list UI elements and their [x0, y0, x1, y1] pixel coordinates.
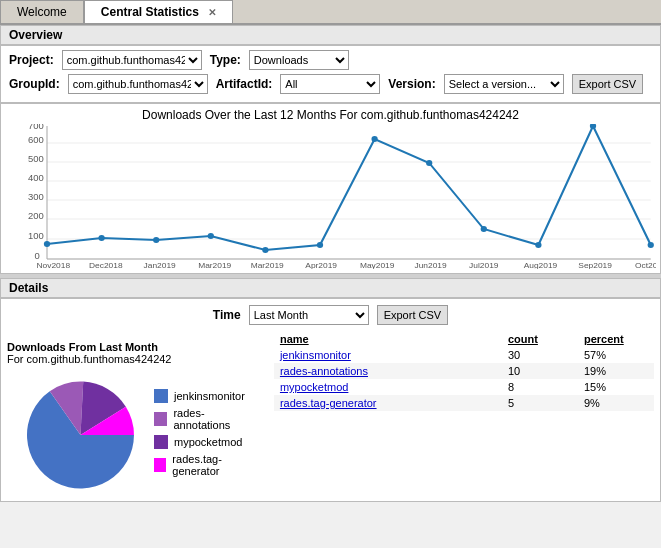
form-row-groupid: GroupId: com.github.funthomas424242 Arti… [9, 74, 652, 94]
tab-welcome-label: Welcome [17, 5, 67, 19]
overview-panel: Project: com.github.funthomas424242 Type… [0, 45, 661, 103]
left-panel-title: Downloads From Last Month [7, 341, 258, 353]
table-row: rades-annotations 10 19% [274, 363, 654, 379]
legend-color-rades-annotations [154, 412, 167, 426]
svg-text:Mar2019: Mar2019 [198, 261, 232, 269]
tab-central-statistics-label: Central Statistics [101, 5, 199, 19]
col-header-name[interactable]: name [274, 331, 502, 347]
type-select[interactable]: Downloads [249, 50, 349, 70]
artifactid-label: ArtifactId: [216, 77, 273, 91]
cell-count: 30 [502, 347, 578, 363]
overview-header: Overview [0, 25, 661, 45]
name-link[interactable]: jenkinsmonitor [280, 349, 351, 361]
svg-text:Jul2019: Jul2019 [469, 261, 499, 269]
form-row-project: Project: com.github.funthomas424242 Type… [9, 50, 652, 70]
version-label: Version: [388, 77, 435, 91]
legend-label-mypocketmod: mypocketmod [174, 436, 242, 448]
artifactid-select[interactable]: All [280, 74, 380, 94]
legend-color-rades-tag-generator [154, 458, 166, 472]
legend-color-mypocketmod [154, 435, 168, 449]
legend: jenkinsmonitor rades-annotations mypocke… [154, 389, 258, 481]
tab-central-statistics[interactable]: Central Statistics ✕ [84, 0, 233, 23]
svg-text:Oct2019: Oct2019 [635, 261, 656, 269]
details-panel: Time Last Month Export CSV Downloads Fro… [0, 298, 661, 502]
legend-label-jenkinsmonitor: jenkinsmonitor [174, 390, 245, 402]
svg-text:300: 300 [28, 192, 44, 202]
right-panel: name count percent jenkinsmonitor 30 57%… [274, 331, 654, 495]
groupid-label: GroupId: [9, 77, 60, 91]
time-label: Time [213, 308, 241, 322]
cell-name: rades.tag-generator [274, 395, 502, 411]
name-link[interactable]: rades-annotations [280, 365, 368, 377]
svg-text:Mar2019: Mar2019 [251, 261, 285, 269]
name-link[interactable]: rades.tag-generator [280, 397, 377, 409]
details-controls: Time Last Month Export CSV [7, 305, 654, 325]
col-header-percent[interactable]: percent [578, 331, 654, 347]
svg-point-26 [535, 242, 541, 248]
cell-name: mypocketmod [274, 379, 502, 395]
cell-count: 10 [502, 363, 578, 379]
svg-point-21 [262, 247, 268, 253]
details-header: Details [0, 278, 661, 298]
table-row: rades.tag-generator 5 9% [274, 395, 654, 411]
table-header-row: name count percent [274, 331, 654, 347]
cell-percent: 9% [578, 395, 654, 411]
svg-point-23 [371, 136, 377, 142]
cell-name: rades-annotations [274, 363, 502, 379]
legend-item-rades-tag-generator: rades.tag-generator [154, 453, 258, 477]
svg-text:May2019: May2019 [360, 261, 395, 269]
version-select[interactable]: Select a version... [444, 74, 564, 94]
svg-text:Jun2019: Jun2019 [415, 261, 448, 269]
left-panel: Downloads From Last Month For com.github… [7, 331, 258, 495]
tab-bar: Welcome Central Statistics ✕ [0, 0, 661, 25]
svg-text:Jan2019: Jan2019 [144, 261, 177, 269]
details-body: Downloads From Last Month For com.github… [7, 331, 654, 495]
svg-point-28 [648, 242, 654, 248]
chart-area: 0 100 200 300 400 500 600 700 [5, 124, 656, 269]
cell-percent: 19% [578, 363, 654, 379]
cell-count: 5 [502, 395, 578, 411]
legend-item-jenkinsmonitor: jenkinsmonitor [154, 389, 258, 403]
svg-text:Sep2019: Sep2019 [578, 261, 612, 269]
svg-point-22 [317, 242, 323, 248]
svg-text:700: 700 [28, 124, 44, 131]
overview-title: Overview [9, 28, 62, 42]
cell-name: jenkinsmonitor [274, 347, 502, 363]
chart-container: Downloads Over the Last 12 Months For co… [0, 103, 661, 274]
table-row: jenkinsmonitor 30 57% [274, 347, 654, 363]
time-select[interactable]: Last Month [249, 305, 369, 325]
svg-point-24 [426, 160, 432, 166]
svg-text:400: 400 [28, 173, 44, 183]
svg-point-20 [208, 233, 214, 239]
tab-welcome[interactable]: Welcome [0, 0, 84, 23]
details-title: Details [9, 281, 48, 295]
svg-text:0: 0 [34, 251, 39, 261]
table-row: mypocketmod 8 15% [274, 379, 654, 395]
project-label: Project: [9, 53, 54, 67]
tab-close-icon[interactable]: ✕ [208, 7, 216, 18]
details-export-csv-button[interactable]: Export CSV [377, 305, 448, 325]
cell-count: 8 [502, 379, 578, 395]
legend-label-rades-tag-generator: rades.tag-generator [172, 453, 258, 477]
export-csv-button[interactable]: Export CSV [572, 74, 643, 94]
col-header-count[interactable]: count [502, 331, 578, 347]
svg-point-17 [44, 241, 50, 247]
legend-label-rades-annotations: rades-annotations [173, 407, 258, 431]
chart-title: Downloads Over the Last 12 Months For co… [5, 108, 656, 122]
svg-point-25 [481, 226, 487, 232]
svg-text:200: 200 [28, 211, 44, 221]
cell-percent: 57% [578, 347, 654, 363]
pie-chart [27, 375, 134, 495]
svg-text:Dec2018: Dec2018 [89, 261, 123, 269]
svg-text:Nov2018: Nov2018 [37, 261, 71, 269]
svg-text:600: 600 [28, 135, 44, 145]
svg-text:100: 100 [28, 231, 44, 241]
project-select[interactable]: com.github.funthomas424242 [62, 50, 202, 70]
svg-point-19 [153, 237, 159, 243]
svg-text:Aug2019: Aug2019 [524, 261, 558, 269]
downloads-table: name count percent jenkinsmonitor 30 57%… [274, 331, 654, 411]
name-link[interactable]: mypocketmod [280, 381, 348, 393]
svg-point-18 [98, 235, 104, 241]
pie-section: jenkinsmonitor rades-annotations mypocke… [7, 365, 258, 495]
groupid-select[interactable]: com.github.funthomas424242 [68, 74, 208, 94]
